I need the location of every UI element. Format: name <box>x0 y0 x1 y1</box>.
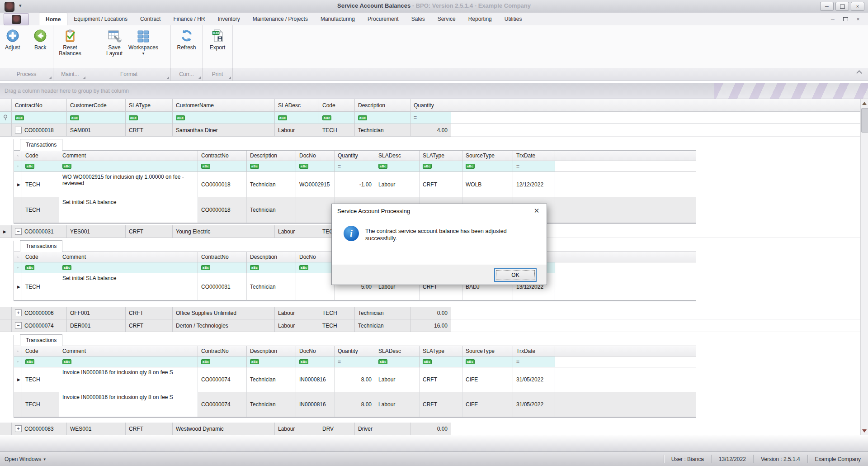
detail-column-header-contractno[interactable]: ContractNo <box>198 346 247 357</box>
master-cell-sladesc[interactable]: Labour <box>275 124 319 137</box>
tab-transactions[interactable]: Transactions <box>20 334 62 346</box>
transaction-cell-code[interactable]: TECH <box>22 172 59 197</box>
expand-group-icon[interactable]: + <box>15 425 22 432</box>
tab-finance-hr[interactable]: Finance / HR <box>167 13 211 25</box>
tab-utilities[interactable]: Utilities <box>498 13 528 25</box>
master-cell-sladesc[interactable]: Labour <box>275 307 319 319</box>
detail-search-cell[interactable] <box>14 151 22 161</box>
detail-filter-cell-description[interactable]: aBc <box>247 262 296 273</box>
master-cell-contractno[interactable]: −CO0000031 <box>12 225 67 238</box>
detail-filter-cell-contractno[interactable]: aBc <box>198 357 247 367</box>
transaction-cell-description[interactable]: Technician <box>247 197 296 223</box>
close-button[interactable]: × <box>851 2 864 11</box>
master-cell-description[interactable]: Driver <box>355 423 410 435</box>
master-cell-slatype[interactable]: CRFT <box>126 319 173 332</box>
filter-cell-slatype[interactable]: aBc <box>126 112 173 124</box>
detail-column-header-quantity[interactable]: Quantity <box>335 346 375 357</box>
expand-group-icon[interactable]: + <box>15 309 22 316</box>
transaction-cell-slatype[interactable]: CRFT <box>420 367 462 392</box>
group-by-panel[interactable]: Drag a column header here to group by th… <box>0 83 868 99</box>
master-cell-customercode[interactable]: OFF001 <box>67 307 126 319</box>
transaction-cell-sourcetype[interactable]: WOLB <box>462 172 513 197</box>
transaction-cell-sourcetype[interactable]: CIFE <box>462 367 513 392</box>
tab-manufacturing[interactable]: Manufacturing <box>314 13 361 25</box>
mdi-restore-button[interactable] <box>840 15 851 23</box>
transaction-cell-docno[interactable] <box>296 273 335 300</box>
detail-column-header-description[interactable]: Description <box>247 252 296 262</box>
transaction-cell-quantity[interactable]: -1.00 <box>335 172 375 197</box>
open-windows-menu[interactable]: Open Windows ▾ <box>5 456 46 462</box>
detail-column-header-comment[interactable]: Comment <box>59 151 198 161</box>
transaction-cell-description[interactable]: Technician <box>247 392 296 417</box>
detail-filter-cell-sourcetype[interactable]: aBc <box>462 161 513 172</box>
scroll-up-icon[interactable] <box>862 102 867 105</box>
transaction-cell-contractno[interactable]: CO0000031 <box>198 273 247 300</box>
tab-reporting[interactable]: Reporting <box>462 13 498 25</box>
transaction-cell-trxdate[interactable]: 31/05/2022 <box>513 367 555 392</box>
master-cell-slatype[interactable]: CRFT <box>126 124 173 137</box>
column-header-description[interactable]: Description <box>355 99 410 112</box>
refresh-button[interactable]: Refresh <box>174 28 200 51</box>
transaction-cell-contractno[interactable]: CO0000074 <box>198 367 247 392</box>
detail-filter-cell-code[interactable]: aBc <box>22 161 59 172</box>
detail-column-header-comment[interactable]: Comment <box>59 252 198 262</box>
column-header-contractno[interactable]: ContractNo <box>12 99 67 112</box>
master-cell-quantity[interactable]: 0.00 <box>410 307 451 319</box>
master-cell-code[interactable]: TECH <box>319 307 355 319</box>
column-header-customername[interactable]: CustomerName <box>173 99 275 112</box>
dialog-launcher-icon[interactable] <box>198 76 201 79</box>
detail-column-header-trxdate[interactable]: TrxDate <box>513 346 555 357</box>
tab-sales[interactable]: Sales <box>405 13 431 25</box>
detail-filter-cell-comment[interactable]: aBc <box>59 357 198 367</box>
detail-column-header-contractno[interactable]: ContractNo <box>198 151 247 161</box>
filter-cell-code[interactable]: aBc <box>319 112 355 124</box>
detail-filter-cell-quantity[interactable]: = <box>335 357 375 367</box>
column-header-slatype[interactable]: SLAType <box>126 99 173 112</box>
transaction-cell-sourcetype[interactable]: CIFE <box>462 392 513 417</box>
master-cell-quantity[interactable]: 4.00 <box>410 124 451 137</box>
filter-cell-customercode[interactable]: aBc <box>67 112 126 124</box>
dialog-launcher-icon[interactable] <box>166 76 169 79</box>
master-cell-slatype[interactable]: CRFT <box>126 225 173 238</box>
master-cell-customername[interactable]: Westwood Dynamic <box>173 423 275 435</box>
export-button[interactable]: XLSXExport <box>204 28 231 51</box>
detail-column-header-sladesc[interactable]: SLADesc <box>375 151 420 161</box>
detail-column-header-docno[interactable]: DocNo <box>296 252 335 262</box>
transaction-cell-docno[interactable]: IN0000816 <box>296 367 335 392</box>
collapse-ribbon-icon[interactable] <box>856 71 862 74</box>
detail-column-header-slatype[interactable]: SLAType <box>420 151 462 161</box>
master-cell-customername[interactable]: Derton / Technologies <box>173 319 275 332</box>
detail-filter-cell-trxdate[interactable]: = <box>513 161 555 172</box>
master-cell-description[interactable]: Technician <box>355 307 410 319</box>
master-cell-slatype[interactable]: CRFT <box>126 423 173 435</box>
transaction-cell-docno[interactable]: IN0000816 <box>296 392 335 417</box>
detail-filter-cell-contractno[interactable]: aBc <box>198 161 247 172</box>
scroll-down-icon[interactable] <box>862 429 867 433</box>
filter-cell-quantity[interactable]: = <box>410 112 451 124</box>
transaction-cell-sladesc[interactable]: Labour <box>375 392 420 417</box>
detail-filter-cell-docno[interactable]: aBc <box>296 161 335 172</box>
transaction-cell-slatype[interactable]: CRFT <box>420 392 462 417</box>
back-button[interactable]: Back <box>28 28 53 51</box>
vertical-scrollbar[interactable] <box>860 99 868 435</box>
master-cell-customername[interactable]: Young Electric <box>173 225 275 238</box>
detail-column-header-docno[interactable]: DocNo <box>296 346 335 357</box>
detail-filter-cell-quantity[interactable]: = <box>335 161 375 172</box>
transaction-cell-code[interactable]: TECH <box>22 273 59 300</box>
mdi-minimize-button[interactable]: ─ <box>827 15 838 23</box>
ok-button[interactable]: OK <box>494 268 537 282</box>
detail-filter-cell-description[interactable]: aBc <box>247 357 296 367</box>
master-cell-code[interactable]: TECH <box>319 124 355 137</box>
detail-column-header-quantity[interactable]: Quantity <box>335 151 375 161</box>
detail-column-header-docno[interactable]: DocNo <box>296 151 335 161</box>
detail-column-header-code[interactable]: Code <box>22 252 59 262</box>
detail-column-header-trxdate[interactable]: TrxDate <box>513 151 555 161</box>
tab-maintenance-projects[interactable]: Maintenance / Projects <box>246 13 314 25</box>
master-cell-contractno[interactable]: −CO0000074 <box>12 319 67 332</box>
tab-home[interactable]: Home <box>39 13 67 25</box>
detail-filter-cell-description[interactable]: aBc <box>247 161 296 172</box>
transaction-cell-description[interactable]: Technician <box>247 172 296 197</box>
detail-column-header-sladesc[interactable]: SLADesc <box>375 346 420 357</box>
detail-column-header-slatype[interactable]: SLAType <box>420 346 462 357</box>
detail-filter-cell-comment[interactable]: aBc <box>59 262 198 273</box>
